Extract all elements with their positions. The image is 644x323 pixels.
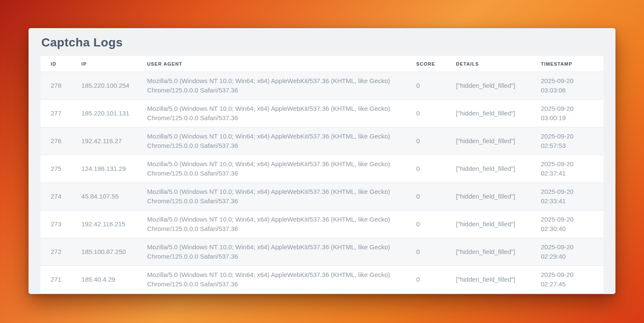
cell-ip: 185.100.87.250 (71, 238, 137, 266)
page-title: Captcha Logs (29, 28, 615, 56)
cell-ip: 192.42.116.215 (71, 211, 137, 238)
cell-ip: 124.198.131.29 (71, 155, 137, 183)
cell-id: 276 (40, 127, 71, 155)
cell-id: 278 (40, 72, 71, 100)
cell-id: 273 (40, 211, 71, 238)
cell-timestamp: 2025-09-20 03:00:19 (531, 100, 604, 127)
cell-ip: 45.84.107.55 (71, 183, 137, 211)
cell-details: ["hidden_field_filled"] (446, 238, 530, 266)
cell-score: 0 (406, 183, 446, 211)
cell-score: 0 (406, 100, 446, 127)
cell-timestamp: 2025-09-20 02:29:40 (531, 238, 604, 266)
cell-score: 0 (406, 211, 446, 238)
captcha-logs-panel: Captcha Logs IDIPUSER AGENTSCOREDETAILST… (29, 28, 615, 294)
cell-ip: 185.40.4.29 (71, 266, 137, 294)
cell-id: 274 (40, 183, 71, 211)
column-header-timestamp: TIMESTAMP (531, 56, 604, 72)
cell-score: 0 (406, 238, 446, 266)
column-header-details: DETAILS (446, 56, 530, 72)
cell-score: 0 (406, 155, 446, 183)
table-row: 278185.220.100.254Mozilla/5.0 (Windows N… (40, 72, 604, 100)
cell-details: ["hidden_field_filled"] (446, 127, 530, 155)
cell-timestamp: 2025-09-20 02:33:41 (531, 183, 604, 211)
cell-id: 272 (40, 238, 71, 266)
cell-details: ["hidden_field_filled"] (446, 72, 530, 100)
cell-id: 275 (40, 155, 71, 183)
table-row: 27445.84.107.55Mozilla/5.0 (Windows NT 1… (40, 183, 604, 211)
cell-timestamp: 2025-09-20 03:03:06 (531, 72, 604, 100)
table-row: 271185.40.4.29Mozilla/5.0 (Windows NT 10… (40, 266, 604, 294)
cell-timestamp: 2025-09-20 02:37:41 (531, 155, 604, 183)
cell-timestamp: 2025-09-20 02:30:40 (531, 211, 604, 238)
column-header-score: SCORE (406, 56, 446, 72)
table-row: 272185.100.87.250Mozilla/5.0 (Windows NT… (40, 238, 604, 266)
cell-details: ["hidden_field_filled"] (446, 183, 530, 211)
cell-user_agent: Mozilla/5.0 (Windows NT 10.0; Win64; x64… (137, 100, 406, 127)
cell-id: 277 (40, 100, 71, 127)
cell-user_agent: Mozilla/5.0 (Windows NT 10.0; Win64; x64… (137, 72, 406, 100)
cell-user_agent: Mozilla/5.0 (Windows NT 10.0; Win64; x64… (137, 155, 406, 183)
cell-details: ["hidden_field_filled"] (446, 155, 530, 183)
table-header-row: IDIPUSER AGENTSCOREDETAILSTIMESTAMP (40, 56, 604, 72)
cell-id: 271 (40, 266, 71, 294)
cell-ip: 185.220.101.131 (71, 100, 137, 127)
cell-timestamp: 2025-09-20 02:27:45 (531, 266, 604, 294)
cell-score: 0 (406, 127, 446, 155)
logs-table-card: IDIPUSER AGENTSCOREDETAILSTIMESTAMP 2781… (40, 56, 604, 294)
column-header-id: ID (40, 56, 71, 72)
cell-ip: 185.220.100.254 (71, 72, 137, 100)
cell-details: ["hidden_field_filled"] (446, 100, 530, 127)
cell-details: ["hidden_field_filled"] (446, 211, 530, 238)
cell-user_agent: Mozilla/5.0 (Windows NT 10.0; Win64; x64… (137, 183, 406, 211)
cell-score: 0 (406, 72, 446, 100)
column-header-user_agent: USER AGENT (137, 56, 406, 72)
cell-details: ["hidden_field_filled"] (446, 266, 530, 294)
cell-timestamp: 2025-09-20 02:57:53 (531, 127, 604, 155)
column-header-ip: IP (71, 56, 137, 72)
captcha-logs-table: IDIPUSER AGENTSCOREDETAILSTIMESTAMP 2781… (40, 56, 604, 294)
table-row: 273192.42.116.215Mozilla/5.0 (Windows NT… (40, 211, 604, 238)
cell-ip: 192.42.116.27 (71, 127, 137, 155)
cell-score: 0 (406, 266, 446, 294)
cell-user_agent: Mozilla/5.0 (Windows NT 10.0; Win64; x64… (137, 127, 406, 155)
table-row: 275124.198.131.29Mozilla/5.0 (Windows NT… (40, 155, 604, 183)
cell-user_agent: Mozilla/5.0 (Windows NT 10.0; Win64; x64… (137, 238, 406, 266)
table-row: 276192.42.116.27Mozilla/5.0 (Windows NT … (40, 127, 604, 155)
table-row: 277185.220.101.131Mozilla/5.0 (Windows N… (40, 100, 604, 127)
cell-user_agent: Mozilla/5.0 (Windows NT 10.0; Win64; x64… (137, 266, 406, 294)
cell-user_agent: Mozilla/5.0 (Windows NT 10.0; Win64; x64… (137, 211, 406, 238)
